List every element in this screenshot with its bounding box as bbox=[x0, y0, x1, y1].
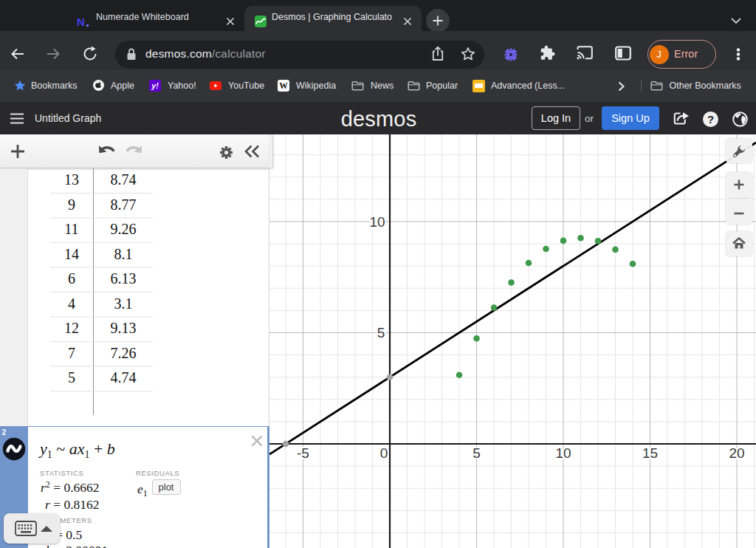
svg-text:5: 5 bbox=[377, 325, 385, 340]
svg-text:5: 5 bbox=[472, 445, 481, 461]
svg-text:10: 10 bbox=[555, 445, 571, 461]
svg-text:20: 20 bbox=[729, 445, 744, 461]
svg-text:0: 0 bbox=[380, 445, 388, 461]
svg-text:15: 15 bbox=[642, 445, 658, 461]
svg-text:-5: -5 bbox=[297, 445, 309, 461]
svg-text:10: 10 bbox=[369, 214, 385, 230]
svg-text:N: N bbox=[77, 16, 85, 28]
